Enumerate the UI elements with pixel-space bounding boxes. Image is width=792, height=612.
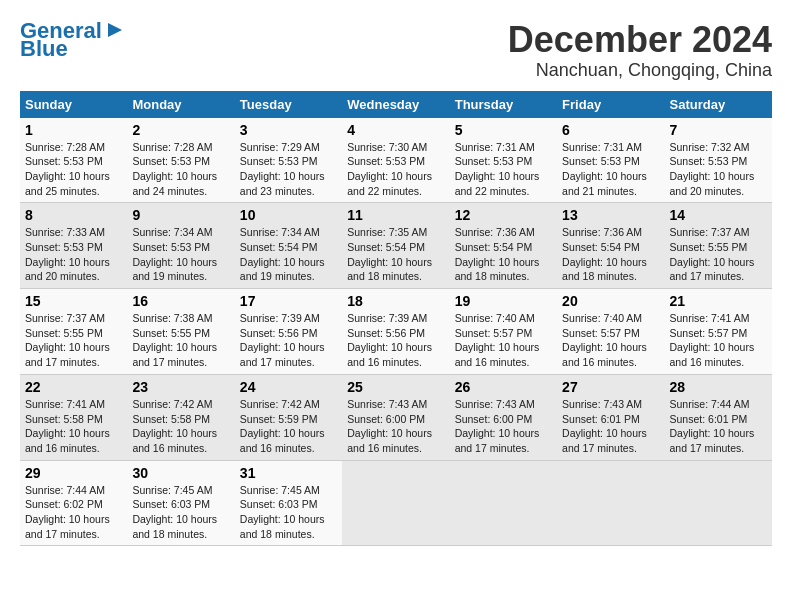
day-info: Sunrise: 7:31 AMSunset: 5:53 PMDaylight:… [562,140,659,199]
day-number: 6 [562,122,659,138]
day-number: 23 [132,379,229,395]
day-info: Sunrise: 7:39 AMSunset: 5:56 PMDaylight:… [347,311,444,370]
header-wednesday: Wednesday [342,91,449,118]
calendar-day-26: 26 Sunrise: 7:43 AMSunset: 6:00 PMDaylig… [450,374,557,460]
day-number: 21 [670,293,767,309]
header-tuesday: Tuesday [235,91,342,118]
calendar-day-31: 31 Sunrise: 7:45 AMSunset: 6:03 PMDaylig… [235,460,342,546]
day-number: 16 [132,293,229,309]
calendar-week-row: 8 Sunrise: 7:33 AMSunset: 5:53 PMDayligh… [20,203,772,289]
calendar-day-28: 28 Sunrise: 7:44 AMSunset: 6:01 PMDaylig… [665,374,772,460]
header-friday: Friday [557,91,664,118]
calendar-day-18: 18 Sunrise: 7:39 AMSunset: 5:56 PMDaylig… [342,289,449,375]
day-info: Sunrise: 7:38 AMSunset: 5:55 PMDaylight:… [132,311,229,370]
day-number: 19 [455,293,552,309]
calendar-day-13: 13 Sunrise: 7:36 AMSunset: 5:54 PMDaylig… [557,203,664,289]
day-info: Sunrise: 7:40 AMSunset: 5:57 PMDaylight:… [562,311,659,370]
day-number: 22 [25,379,122,395]
day-info: Sunrise: 7:43 AMSunset: 6:00 PMDaylight:… [455,397,552,456]
day-info: Sunrise: 7:35 AMSunset: 5:54 PMDaylight:… [347,225,444,284]
day-number: 7 [670,122,767,138]
calendar-day-15: 15 Sunrise: 7:37 AMSunset: 5:55 PMDaylig… [20,289,127,375]
day-info: Sunrise: 7:39 AMSunset: 5:56 PMDaylight:… [240,311,337,370]
calendar-day-25: 25 Sunrise: 7:43 AMSunset: 6:00 PMDaylig… [342,374,449,460]
day-info: Sunrise: 7:44 AMSunset: 6:02 PMDaylight:… [25,483,122,542]
calendar-day-17: 17 Sunrise: 7:39 AMSunset: 5:56 PMDaylig… [235,289,342,375]
calendar-day-10: 10 Sunrise: 7:34 AMSunset: 5:54 PMDaylig… [235,203,342,289]
day-info: Sunrise: 7:43 AMSunset: 6:00 PMDaylight:… [347,397,444,456]
calendar-subtitle: Nanchuan, Chongqing, China [508,60,772,81]
day-info: Sunrise: 7:41 AMSunset: 5:57 PMDaylight:… [670,311,767,370]
calendar-day-11: 11 Sunrise: 7:35 AMSunset: 5:54 PMDaylig… [342,203,449,289]
calendar-day-12: 12 Sunrise: 7:36 AMSunset: 5:54 PMDaylig… [450,203,557,289]
day-info: Sunrise: 7:37 AMSunset: 5:55 PMDaylight:… [670,225,767,284]
logo-blue-text: Blue [20,38,68,60]
calendar-day-27: 27 Sunrise: 7:43 AMSunset: 6:01 PMDaylig… [557,374,664,460]
calendar-day-30: 30 Sunrise: 7:45 AMSunset: 6:03 PMDaylig… [127,460,234,546]
calendar-day-6: 6 Sunrise: 7:31 AMSunset: 5:53 PMDayligh… [557,118,664,203]
day-number: 12 [455,207,552,223]
day-number: 15 [25,293,122,309]
logo: General Blue [20,20,126,60]
calendar-day-3: 3 Sunrise: 7:29 AMSunset: 5:53 PMDayligh… [235,118,342,203]
day-number: 20 [562,293,659,309]
svg-marker-0 [108,23,122,37]
day-number: 11 [347,207,444,223]
day-number: 24 [240,379,337,395]
header-thursday: Thursday [450,91,557,118]
day-number: 2 [132,122,229,138]
calendar-day-21: 21 Sunrise: 7:41 AMSunset: 5:57 PMDaylig… [665,289,772,375]
day-number: 1 [25,122,122,138]
calendar-day-1: 1 Sunrise: 7:28 AMSunset: 5:53 PMDayligh… [20,118,127,203]
day-number: 9 [132,207,229,223]
day-info: Sunrise: 7:34 AMSunset: 5:54 PMDaylight:… [240,225,337,284]
day-number: 26 [455,379,552,395]
calendar-day-7: 7 Sunrise: 7:32 AMSunset: 5:53 PMDayligh… [665,118,772,203]
day-number: 28 [670,379,767,395]
day-info: Sunrise: 7:40 AMSunset: 5:57 PMDaylight:… [455,311,552,370]
calendar-day-24: 24 Sunrise: 7:42 AMSunset: 5:59 PMDaylig… [235,374,342,460]
day-info: Sunrise: 7:28 AMSunset: 5:53 PMDaylight:… [25,140,122,199]
day-number: 17 [240,293,337,309]
day-info: Sunrise: 7:43 AMSunset: 6:01 PMDaylight:… [562,397,659,456]
calendar-title: December 2024 [508,20,772,60]
logo-arrow-icon [104,19,126,41]
calendar-day-2: 2 Sunrise: 7:28 AMSunset: 5:53 PMDayligh… [127,118,234,203]
calendar-day-5: 5 Sunrise: 7:31 AMSunset: 5:53 PMDayligh… [450,118,557,203]
day-info: Sunrise: 7:33 AMSunset: 5:53 PMDaylight:… [25,225,122,284]
calendar-empty-cell [557,460,664,546]
day-info: Sunrise: 7:37 AMSunset: 5:55 PMDaylight:… [25,311,122,370]
day-number: 18 [347,293,444,309]
calendar-day-20: 20 Sunrise: 7:40 AMSunset: 5:57 PMDaylig… [557,289,664,375]
day-number: 5 [455,122,552,138]
day-number: 27 [562,379,659,395]
title-area: December 2024 Nanchuan, Chongqing, China [508,20,772,81]
header-sunday: Sunday [20,91,127,118]
day-number: 29 [25,465,122,481]
day-number: 10 [240,207,337,223]
day-number: 3 [240,122,337,138]
day-info: Sunrise: 7:29 AMSunset: 5:53 PMDaylight:… [240,140,337,199]
day-info: Sunrise: 7:41 AMSunset: 5:58 PMDaylight:… [25,397,122,456]
day-info: Sunrise: 7:44 AMSunset: 6:01 PMDaylight:… [670,397,767,456]
day-info: Sunrise: 7:31 AMSunset: 5:53 PMDaylight:… [455,140,552,199]
header: General Blue December 2024 Nanchuan, Cho… [20,20,772,81]
header-monday: Monday [127,91,234,118]
day-info: Sunrise: 7:30 AMSunset: 5:53 PMDaylight:… [347,140,444,199]
calendar-day-14: 14 Sunrise: 7:37 AMSunset: 5:55 PMDaylig… [665,203,772,289]
calendar-day-23: 23 Sunrise: 7:42 AMSunset: 5:58 PMDaylig… [127,374,234,460]
calendar-empty-cell [342,460,449,546]
day-number: 14 [670,207,767,223]
day-info: Sunrise: 7:32 AMSunset: 5:53 PMDaylight:… [670,140,767,199]
day-number: 13 [562,207,659,223]
weekday-header-row: Sunday Monday Tuesday Wednesday Thursday… [20,91,772,118]
calendar-day-4: 4 Sunrise: 7:30 AMSunset: 5:53 PMDayligh… [342,118,449,203]
calendar-week-row: 22 Sunrise: 7:41 AMSunset: 5:58 PMDaylig… [20,374,772,460]
calendar-empty-cell [665,460,772,546]
calendar-day-29: 29 Sunrise: 7:44 AMSunset: 6:02 PMDaylig… [20,460,127,546]
calendar-day-8: 8 Sunrise: 7:33 AMSunset: 5:53 PMDayligh… [20,203,127,289]
calendar-week-row: 15 Sunrise: 7:37 AMSunset: 5:55 PMDaylig… [20,289,772,375]
header-saturday: Saturday [665,91,772,118]
calendar-week-row: 29 Sunrise: 7:44 AMSunset: 6:02 PMDaylig… [20,460,772,546]
day-number: 4 [347,122,444,138]
